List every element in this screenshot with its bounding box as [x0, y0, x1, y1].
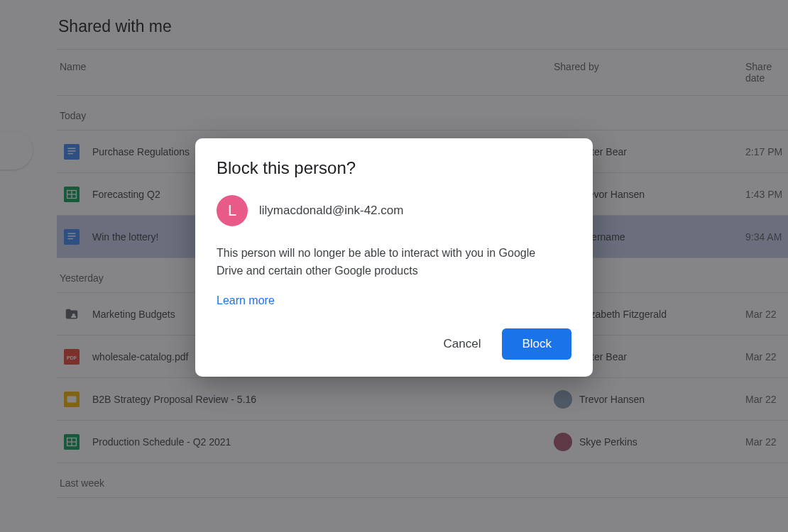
learn-more-link[interactable]: Learn more [217, 294, 275, 307]
block-person-dialog: Block this person? L lilymacdonald@ink-4… [195, 138, 593, 377]
cancel-button[interactable]: Cancel [439, 330, 486, 358]
block-button[interactable]: Block [502, 328, 571, 360]
person-row: L lilymacdonald@ink-42.com [217, 195, 571, 226]
avatar: L [217, 195, 248, 226]
person-email: lilymacdonald@ink-42.com [259, 204, 403, 218]
dialog-actions: Cancel Block [217, 328, 571, 360]
dialog-title: Block this person? [217, 158, 571, 178]
modal-scrim[interactable]: Block this person? L lilymacdonald@ink-4… [0, 0, 788, 532]
dialog-body: This person will no longer be able to in… [217, 245, 543, 280]
